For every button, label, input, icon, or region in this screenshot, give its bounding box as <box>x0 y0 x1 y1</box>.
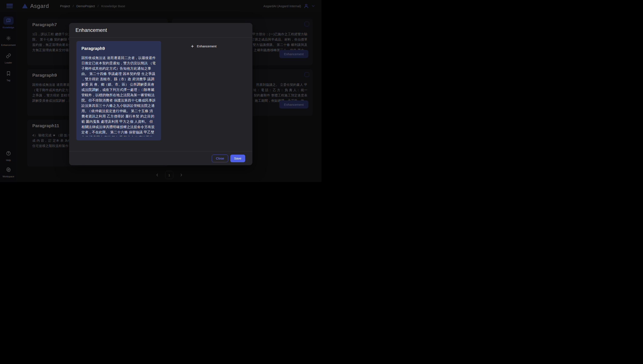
enhancement-modal: Enhancement Paragraph9 因拒收或無法送 達而遭退回二次者，… <box>69 23 252 165</box>
plus-icon: + <box>191 44 194 49</box>
modal-footer: Close Save <box>69 151 252 165</box>
add-enhancement-button[interactable]: + Enhancement <box>191 44 217 140</box>
card-text: 因拒收或無法送 達而遭退回二次者，以最後退件日推定已依本契約受通知，雙方仍宜以簡… <box>81 55 156 136</box>
close-button[interactable]: Close <box>212 154 228 162</box>
modal-title: Enhancement <box>76 27 107 33</box>
modal-right-pane: + Enhancement <box>161 41 247 140</box>
card-title: Paragraph9 <box>81 46 156 51</box>
app-window: Asgard Project / DemoProject / Knowledge… <box>0 0 321 182</box>
modal-body: Paragraph9 因拒收或無法送 達而遭退回二次者，以最後退件日推定已依本契… <box>69 38 252 140</box>
save-button[interactable]: Save <box>230 154 245 162</box>
modal-header: Enhancement <box>69 23 252 38</box>
add-enhancement-label: Enhancement <box>197 44 217 49</box>
paragraph-card-selected[interactable]: Paragraph9 因拒收或無法送 達而遭退回二次者，以最後退件日推定已依本契… <box>76 41 161 140</box>
